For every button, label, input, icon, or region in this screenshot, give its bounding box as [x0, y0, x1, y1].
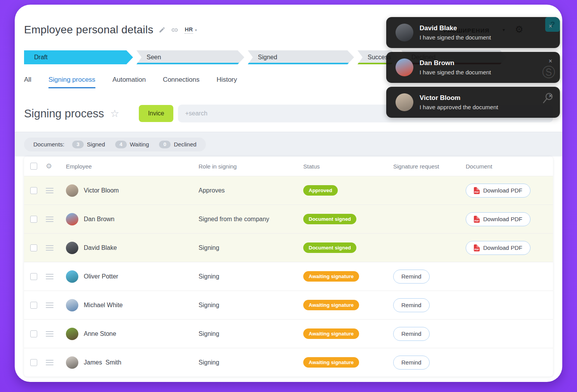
column-role: Role in signing: [199, 163, 303, 170]
role-in-signing: Signing: [199, 244, 303, 251]
status-cell: Awaiting signature: [303, 328, 393, 339]
role-in-signing: Signing: [199, 273, 303, 280]
tab-signing-process[interactable]: Signing process: [48, 76, 95, 88]
employee-name: Michael White: [84, 302, 123, 309]
column-document: Document: [466, 163, 553, 170]
download-pdf-label: Download PDF: [483, 244, 522, 251]
table-row: Oliver PotterSigningAwaiting signatureRe…: [24, 262, 553, 291]
row-checkbox[interactable]: [30, 273, 37, 280]
document-cell: Download PDF: [466, 241, 553, 255]
table-row: David BlakeSigningDocument signedDownloa…: [24, 233, 553, 262]
tab-history[interactable]: History: [216, 76, 237, 87]
drag-handle[interactable]: [46, 217, 54, 222]
table-row: James SmithSigningAwaiting signatureRemi…: [24, 348, 553, 377]
toast-body: Dan BrownI have signed the document: [420, 59, 491, 76]
signature-request-cell: Remind: [393, 327, 466, 341]
toast-body: David BlakeI have signed the document: [420, 24, 491, 41]
counter-value: 0: [159, 141, 171, 148]
row-checkbox[interactable]: [30, 216, 37, 223]
avatar: [66, 184, 78, 197]
employee-name: Anne Stone: [84, 330, 116, 337]
status-cell: Awaiting signature: [303, 300, 393, 310]
remind-button[interactable]: Remind: [393, 327, 430, 341]
counter-label: Signed: [87, 141, 105, 148]
role-in-signing: Signing: [199, 359, 303, 366]
download-pdf-button[interactable]: Download PDF: [466, 184, 530, 198]
download-pdf-label: Download PDF: [483, 187, 522, 194]
employee-cell: David Blake: [66, 242, 199, 254]
step-seen[interactable]: Seen: [136, 50, 244, 64]
avatar: [66, 299, 78, 311]
employee-name: David Blake: [84, 244, 117, 251]
workspace-selector[interactable]: HR ▾: [185, 26, 197, 34]
table-settings-gear-icon[interactable]: ⚙: [46, 162, 66, 170]
page-title: Employee personal details: [24, 24, 153, 36]
star-icon[interactable]: ☆: [110, 108, 119, 119]
tab-automation[interactable]: Automation: [112, 76, 146, 87]
background-caret-down-icon: ▾: [503, 27, 505, 33]
download-pdf-button[interactable]: Download PDF: [466, 241, 530, 255]
drag-handle[interactable]: [46, 188, 54, 193]
remind-button[interactable]: Remind: [393, 270, 430, 284]
column-status: Status: [303, 163, 393, 170]
pdf-icon: [474, 187, 480, 194]
tab-all[interactable]: All: [24, 76, 31, 87]
employee-cell: Oliver Potter: [66, 270, 199, 283]
row-checkbox[interactable]: [30, 359, 37, 366]
chevron-down-icon: ▾: [195, 28, 197, 32]
avatar: [66, 213, 78, 225]
toast-avatar: [396, 24, 413, 41]
invite-button[interactable]: Invice: [139, 105, 174, 122]
documents-counters: 3Signed4Waiting0Declined: [72, 141, 197, 148]
toast-close-icon[interactable]: ×: [549, 23, 552, 29]
table-header: ⚙ Employee Role in signing Status Signat…: [24, 156, 553, 176]
status-badge: Approved: [303, 185, 338, 196]
status-cell: Awaiting signature: [303, 357, 393, 368]
row-checkbox[interactable]: [30, 302, 37, 309]
toast-message: I have signed the document: [420, 34, 491, 41]
employee-cell: James Smith: [66, 356, 199, 369]
drag-handle[interactable]: [46, 360, 54, 365]
employee-name: Oliver Potter: [84, 273, 118, 280]
document-cell: Download PDF: [466, 184, 553, 198]
step-signed[interactable]: Signed: [248, 50, 354, 64]
help-button[interactable]: ?: [545, 17, 560, 32]
drag-handle[interactable]: [46, 274, 54, 279]
row-checkbox[interactable]: [30, 187, 37, 194]
notification-toast: Victor BloomI have approved the document…: [386, 87, 560, 118]
toast-user-name: Dan Brown: [420, 59, 491, 67]
drag-handle[interactable]: [46, 245, 54, 251]
link-icon[interactable]: [171, 26, 178, 34]
role-in-signing: Signed from the company: [199, 216, 303, 223]
employee-name: Victor Bloom: [84, 187, 119, 194]
tab-connections[interactable]: Connections: [163, 76, 200, 87]
documents-counter-declined: 0Declined: [159, 141, 196, 148]
table-row: Michael WhiteSigningAwaiting signatureRe…: [24, 291, 553, 319]
table-row: Dan BrownSigned from the companyDocument…: [24, 205, 553, 233]
role-in-signing: Approves: [199, 187, 303, 194]
counter-value: 4: [115, 141, 127, 148]
drag-handle[interactable]: [46, 303, 54, 308]
document-cell: Download PDF: [466, 212, 553, 226]
toast-user-name: David Blake: [420, 24, 491, 32]
documents-label: Documents:: [33, 141, 64, 148]
notification-toast: ⓈDan BrownI have signed the document×: [386, 52, 560, 83]
column-employee: Employee: [66, 163, 199, 170]
download-pdf-button[interactable]: Download PDF: [466, 212, 530, 226]
status-badge: Awaiting signature: [303, 357, 359, 368]
drag-handle[interactable]: [46, 331, 54, 337]
row-checkbox[interactable]: [30, 244, 37, 251]
select-all-checkbox[interactable]: [30, 163, 37, 170]
background-s-badge-icon: Ⓢ: [542, 64, 555, 81]
toast-close-icon[interactable]: ×: [549, 58, 552, 64]
toast-body: Victor BloomI have approved the document: [420, 94, 498, 110]
step-draft[interactable]: Draft: [24, 50, 133, 64]
remind-button[interactable]: Remind: [393, 298, 430, 312]
toast-close-icon[interactable]: ×: [549, 93, 552, 99]
edit-icon[interactable]: [159, 26, 166, 33]
workspace-label: HR: [185, 26, 193, 34]
notification-toast: РАСШИРЕНИЯ▾⚙?David BlakeI have signed th…: [386, 17, 560, 48]
row-checkbox[interactable]: [30, 330, 37, 337]
avatar: [66, 356, 78, 369]
remind-button[interactable]: Remind: [393, 356, 430, 370]
